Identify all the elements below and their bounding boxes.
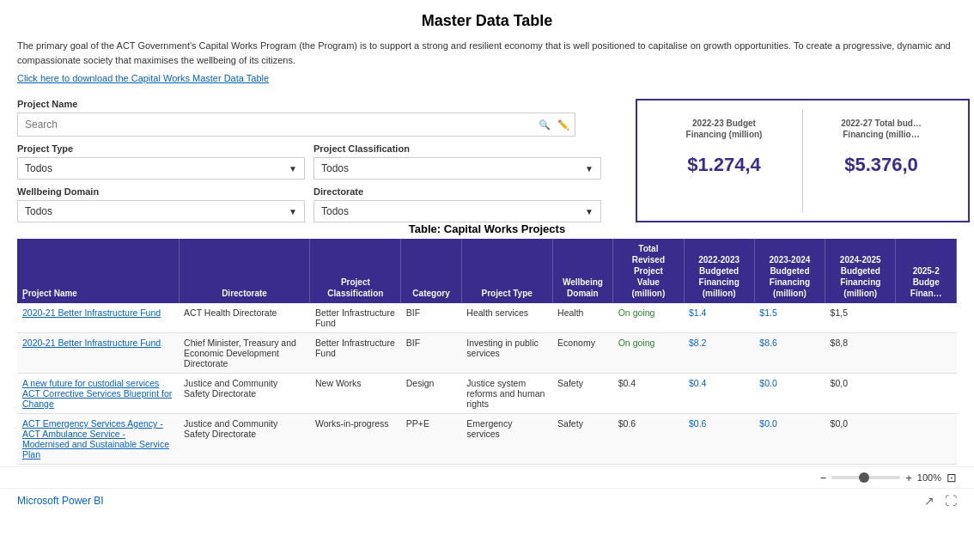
cell-budget-2324: $1.5 [754, 303, 825, 333]
cell-budget-2526 [896, 333, 957, 374]
page-title: Master Data Table [17, 12, 957, 30]
cell-budget-2223: $0.6 [684, 414, 754, 465]
search-input[interactable] [18, 113, 575, 136]
table-row: 2020-21 Better Infrastructure FundChief … [17, 333, 957, 374]
kpi-card-1: 2022-23 BudgetFinancing (million) $1.274… [646, 109, 802, 212]
cell-category: Design [401, 374, 462, 414]
pencil-icon[interactable]: ✏️ [557, 119, 569, 131]
directorate-select[interactable]: Todos ▼ [314, 200, 601, 222]
cell-total-revised: On going [613, 333, 684, 374]
wellbeing-domain-label: Wellbeing Domain [17, 186, 305, 197]
table-section: Table: Capital Works Projects Project Na… [17, 222, 957, 465]
capital-works-table: Project Name ▲ Directorate ProjectClassi… [17, 239, 957, 465]
search-icon: 🔍 [539, 119, 551, 131]
cell-budget-2526 [896, 374, 957, 414]
project-type-select[interactable]: Todos ▼ [17, 157, 305, 180]
cell-budget-2324: $8.6 [754, 333, 825, 374]
col-header-category: Category [401, 239, 462, 303]
zoom-slider[interactable] [831, 476, 900, 479]
cell-directorate: ACT Health Directorate [179, 303, 310, 333]
kpi-value-2: $5.376,0 [812, 154, 951, 176]
project-classification-select[interactable]: Todos ▼ [314, 157, 601, 180]
cell-project-name[interactable]: ACT Emergency Services Agency - ACT Ambu… [17, 414, 179, 465]
col-header-project-type: Project Type [461, 239, 552, 303]
cell-budget-2526 [896, 303, 957, 333]
kpi-label-1: 2022-23 BudgetFinancing (million) [654, 118, 794, 140]
chevron-down-icon-3: ▼ [289, 207, 297, 216]
zoom-minus[interactable]: − [820, 472, 827, 484]
project-name-label: Project Name [17, 99, 618, 109]
cell-project-type: Emergency services [461, 414, 552, 465]
cell-category: PP+E [401, 414, 462, 465]
col-header-wellbeing: WellbeingDomain [552, 239, 613, 303]
zoom-plus[interactable]: + [905, 472, 912, 484]
table-row: A new future for custodial services ACT … [17, 374, 957, 414]
cell-wellbeing: Safety [552, 414, 613, 465]
cell-directorate: Justice and Community Safety Directorate [179, 374, 310, 414]
kpi-value-1: $1.274,4 [654, 154, 794, 176]
powerbi-link[interactable]: Microsoft Power BI [17, 495, 104, 507]
chevron-down-icon: ▼ [289, 164, 297, 173]
page-description: The primary goal of the ACT Government's… [17, 39, 957, 67]
project-classification-filter: Project Classification Todos ▼ [314, 143, 601, 180]
cell-classification: New Works [310, 374, 401, 414]
cell-classification: Better Infrastructure Fund [310, 303, 401, 333]
cell-project-name[interactable]: 2020-21 Better Infrastructure Fund [17, 303, 179, 333]
top-content: Project Name 🔍 ✏️ Project Type Todos ▼ [0, 99, 974, 222]
header-section: Master Data Table The primary goal of th… [0, 0, 974, 99]
cell-total-revised: On going [613, 303, 684, 333]
cell-total-revised: $0.4 [613, 374, 684, 414]
col-header-directorate: Directorate [179, 239, 310, 303]
cell-category: BIF [401, 303, 462, 333]
table-row: 2020-21 Better Infrastructure FundACT He… [17, 303, 957, 333]
cell-budget-2425: $0,0 [825, 414, 896, 465]
cell-directorate: Chief Minister, Treasury and Economic De… [179, 333, 310, 374]
zoom-percentage: 100% [917, 472, 941, 483]
cell-project-name[interactable]: 2020-21 Better Infrastructure Fund [17, 333, 179, 374]
download-link[interactable]: Click here to download the Capital Works… [17, 73, 269, 83]
cell-project-type: Health services [461, 303, 552, 333]
cell-budget-2425: $0,0 [825, 374, 896, 414]
wellbeing-domain-select[interactable]: Todos ▼ [17, 200, 305, 222]
cell-project-name[interactable]: A new future for custodial services ACT … [17, 374, 179, 414]
cell-classification: Better Infrastructure Fund [310, 333, 401, 374]
col-header-project-name: Project Name ▲ [17, 239, 179, 303]
chevron-down-icon-4: ▼ [585, 207, 594, 216]
cell-budget-2425: $1,5 [825, 303, 896, 333]
filter-row-2: Wellbeing Domain Todos ▼ Directorate Tod… [17, 186, 601, 222]
table-title: Table: Capital Works Projects [17, 222, 957, 235]
project-classification-label: Project Classification [314, 143, 601, 154]
cell-budget-2425: $8,8 [825, 333, 896, 374]
page-container: Master Data Table The primary goal of th… [0, 0, 974, 560]
filters-container: Project Name 🔍 ✏️ Project Type Todos ▼ [0, 99, 636, 222]
cell-directorate: Justice and Community Safety Directorate [179, 414, 310, 465]
kpi-container: 2022-23 BudgetFinancing (million) $1.274… [636, 99, 970, 222]
cell-project-type: Justice system reforms and human rights [461, 374, 552, 414]
sort-arrow-project-name: ▲ [21, 293, 27, 301]
cell-budget-2223: $1.4 [684, 303, 754, 333]
expand-icon[interactable]: ⊡ [947, 471, 957, 484]
cell-total-revised: $0.6 [613, 414, 684, 465]
directorate-filter: Directorate Todos ▼ [314, 186, 601, 222]
col-header-budget-2526: 2025-2BudgeFinan… [896, 239, 957, 303]
share-icon[interactable]: ↗ [924, 494, 934, 508]
wellbeing-domain-filter: Wellbeing Domain Todos ▼ [17, 186, 305, 222]
col-header-classification: ProjectClassification [310, 239, 401, 303]
cell-budget-2324: $0.0 [754, 374, 825, 414]
cell-budget-2324: $0.0 [754, 414, 825, 465]
cell-budget-2223: $8.2 [684, 333, 754, 374]
col-header-budget-2223: 2022-2023BudgetedFinancing(million) [684, 239, 754, 303]
footer-icons: ↗ ⛶ [924, 494, 957, 508]
cell-wellbeing: Economy [552, 333, 613, 374]
cell-project-type: Investing in public services [461, 333, 552, 374]
fullscreen-icon[interactable]: ⛶ [945, 494, 957, 508]
cell-category: BIF [401, 333, 462, 374]
filter-row-1: Project Type Todos ▼ Project Classificat… [17, 143, 601, 180]
powerbi-footer: Microsoft Power BI ↗ ⛶ [0, 488, 974, 513]
col-header-total-revised: TotalRevisedProjectValue(million) [613, 239, 684, 303]
directorate-label: Directorate [314, 186, 601, 197]
search-box: 🔍 ✏️ [17, 113, 575, 137]
cell-wellbeing: Safety [552, 374, 613, 414]
col-header-budget-2324: 2023-2024BudgetedFinancing(million) [754, 239, 825, 303]
cell-budget-2223: $0.4 [684, 374, 754, 414]
